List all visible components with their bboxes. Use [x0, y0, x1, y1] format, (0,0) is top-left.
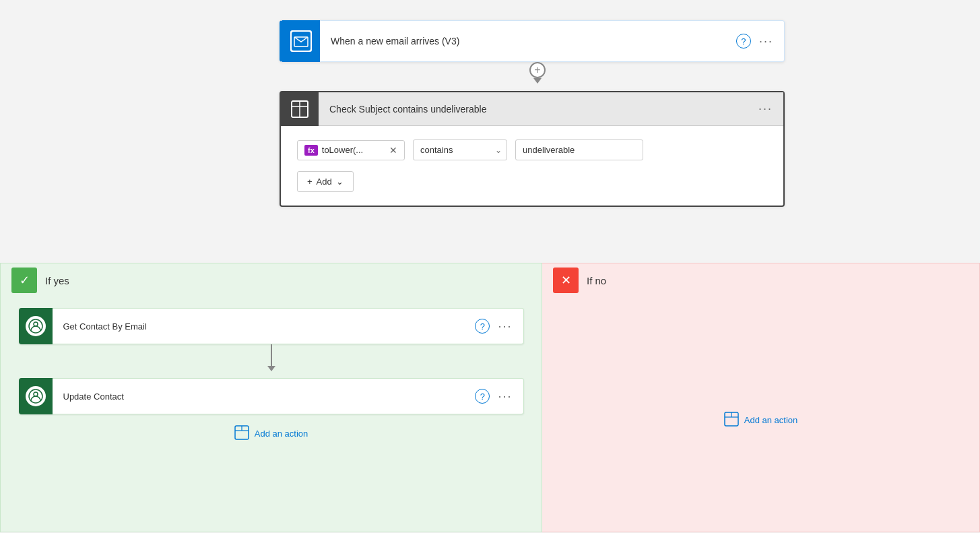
if-yes-header: ✓ If yes [1, 263, 542, 297]
get-contact-action-card[interactable]: Get Contact By Email ? ··· [19, 308, 524, 344]
add-action-icon [234, 425, 249, 442]
if-yes-icon: ✓ [11, 268, 37, 293]
condition-header: Check Subject contains undeliverable ··· [281, 92, 783, 126]
update-contact-icon-wrap [19, 378, 53, 414]
expression-close-button[interactable]: ✕ [389, 145, 397, 156]
update-contact-help-button[interactable]: ? [475, 389, 490, 404]
add-action-icon-no [724, 412, 739, 429]
update-contact-title: Update Contact [53, 391, 476, 402]
get-contact-icon-wrap [19, 308, 53, 344]
operator-select[interactable]: contains does not contain equals does no… [413, 139, 507, 160]
condition-row: fx toLower(... ✕ contains does not conta… [297, 139, 767, 160]
if-no-panel: ✕ If no Add an action [542, 263, 980, 532]
condition-icon [290, 100, 309, 119]
condition-icon-wrap [281, 92, 319, 126]
fx-badge: fx [304, 145, 318, 156]
svg-point-8 [34, 392, 38, 396]
get-contact-help-button[interactable]: ? [475, 319, 490, 334]
close-icon: ✕ [561, 273, 571, 288]
if-no-content: Add an action [542, 297, 979, 532]
update-contact-action-card[interactable]: Update Contact ? ··· [19, 378, 524, 414]
crm-icon [28, 319, 43, 334]
outlook-icon [290, 30, 312, 52]
get-contact-actions: ? ··· [475, 319, 523, 334]
crm-update-icon [28, 389, 43, 404]
condition-card: Check Subject contains undeliverable ···… [280, 91, 785, 207]
if-no-label: If no [587, 275, 606, 286]
if-yes-label: If yes [45, 275, 69, 286]
trigger-icon-wrap [282, 20, 320, 62]
chevron-down-icon: ⌄ [336, 177, 344, 187]
trigger-actions: ? ··· [736, 34, 784, 49]
top-connector: + [529, 62, 546, 84]
v-arrow [267, 366, 275, 371]
operator-select-wrap: contains does not contain equals does no… [413, 139, 507, 160]
add-condition-button[interactable]: + Add ⌄ [297, 171, 354, 192]
condition-value-input[interactable] [515, 139, 643, 160]
condition-title: Check Subject contains undeliverable [319, 104, 758, 115]
trigger-more-button[interactable]: ··· [759, 34, 773, 49]
connector-arrow [533, 78, 542, 84]
actions-connector [267, 344, 275, 378]
check-icon: ✓ [20, 273, 30, 288]
add-step-button[interactable]: + [529, 62, 546, 78]
add-action-label-no: Add an action [744, 415, 798, 425]
condition-actions: ··· [758, 102, 783, 116]
if-no-icon: ✕ [553, 268, 579, 293]
plus-icon: + [307, 177, 313, 187]
update-contact-actions: ? ··· [475, 389, 523, 404]
expression-chip[interactable]: fx toLower(... ✕ [297, 140, 405, 160]
get-contact-title: Get Contact By Email [53, 321, 476, 332]
v-line [271, 344, 272, 366]
get-contact-more-button[interactable]: ··· [498, 319, 512, 334]
condition-body: fx toLower(... ✕ contains does not conta… [281, 126, 783, 206]
add-action-label-yes: Add an action [255, 429, 308, 439]
expression-text: toLower(... [322, 145, 385, 155]
if-yes-content: Get Contact By Email ? ··· [1, 297, 542, 453]
trigger-title: When a new email arrives (V3) [320, 36, 736, 46]
if-no-header: ✕ If no [542, 263, 979, 297]
add-action-button-yes[interactable]: Add an action [234, 425, 308, 442]
update-contact-icon-inner [26, 386, 46, 406]
add-action-button-no[interactable]: Add an action [724, 412, 798, 429]
if-yes-panel: ✓ If yes Get [0, 263, 542, 532]
add-label: Add [317, 177, 332, 187]
condition-more-button[interactable]: ··· [758, 102, 773, 116]
condition-add-row: + Add ⌄ [297, 171, 767, 192]
trigger-card: When a new email arrives (V3) ? ··· [280, 20, 785, 62]
svg-point-6 [34, 322, 38, 326]
trigger-help-button[interactable]: ? [736, 34, 751, 49]
get-contact-icon-inner [26, 316, 46, 336]
update-contact-more-button[interactable]: ··· [498, 389, 512, 404]
branch-container: ✓ If yes Get [0, 263, 980, 532]
